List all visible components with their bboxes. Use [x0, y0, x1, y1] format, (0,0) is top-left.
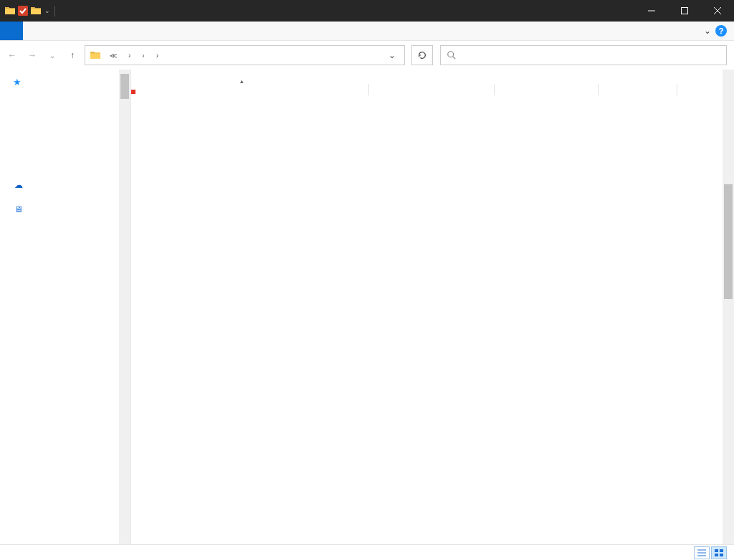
ribbon-tab-share[interactable]: [43, 22, 63, 40]
crumb-users[interactable]: ›: [123, 52, 135, 60]
sidebar-quick-access[interactable]: ★: [10, 75, 130, 90]
columns-header: ▴: [131, 70, 734, 90]
refresh-button[interactable]: [411, 45, 433, 65]
annotation-highlight: [131, 90, 135, 94]
nav-back-button[interactable]: ←: [7, 50, 17, 60]
crumb-acer[interactable]: ›: [136, 52, 148, 60]
nav-recent-dropdown[interactable]: ⌄: [47, 50, 57, 60]
ribbon-tab-home[interactable]: [23, 22, 43, 40]
svg-rect-5: [715, 554, 718, 556]
search-input[interactable]: [462, 50, 720, 60]
sort-ascending-icon: ▴: [240, 77, 244, 85]
window-maximize-button[interactable]: [668, 0, 701, 22]
star-icon: ★: [13, 77, 22, 87]
address-dropdown-icon[interactable]: ⌄: [384, 50, 400, 60]
address-row: ← → ⌄ ↑ ≪ › › › ⌄: [0, 41, 734, 70]
content-scrollbar[interactable]: [723, 70, 734, 544]
window-close-button[interactable]: [701, 0, 734, 22]
sidebar-scrollbar-thumb[interactable]: [120, 74, 129, 99]
crumb-appdata[interactable]: ›: [151, 52, 163, 60]
sidebar-scrollbar[interactable]: [119, 70, 130, 544]
content-scrollbar-thumb[interactable]: [724, 184, 733, 299]
chevron-right-icon[interactable]: ›: [153, 52, 161, 60]
breadcrumb-folder-icon: [90, 49, 101, 61]
pc-icon: 🖥: [13, 204, 24, 215]
chevron-right-icon[interactable]: ›: [125, 52, 133, 60]
status-bar: [0, 544, 734, 560]
ribbon-collapse-icon[interactable]: ⌄: [704, 26, 711, 36]
file-list-area: ▴: [131, 70, 734, 544]
chevron-right-icon[interactable]: ›: [139, 52, 147, 60]
chevron-right-icon[interactable]: ≪: [107, 52, 120, 60]
qat-dropdown-icon[interactable]: ⌄: [44, 7, 50, 14]
help-icon[interactable]: ?: [715, 25, 727, 37]
nav-forward-button[interactable]: →: [27, 50, 37, 60]
qat-newfolder-icon[interactable]: [30, 5, 42, 16]
svg-rect-1: [682, 8, 688, 14]
svg-rect-4: [720, 549, 723, 552]
window-minimize-button[interactable]: [635, 0, 668, 22]
ribbon-menu: ⌄ ?: [0, 22, 734, 41]
view-details-button[interactable]: [694, 546, 710, 559]
window-titlebar: ⌄: [0, 0, 734, 22]
svg-rect-3: [715, 549, 718, 552]
cloud-icon: ☁: [13, 179, 24, 191]
nav-up-button[interactable]: ↑: [67, 50, 77, 60]
titlebar-separator: [54, 6, 55, 16]
breadcrumb-bar[interactable]: ≪ › › › ⌄: [85, 45, 405, 65]
search-icon: [447, 50, 457, 60]
navigation-pane: ★ ☁ 🖥: [0, 70, 131, 544]
qat-folder-icon[interactable]: [4, 5, 16, 16]
ribbon-file-tab[interactable]: [0, 22, 23, 40]
sidebar-onedrive[interactable]: ☁: [10, 178, 130, 194]
view-large-icons-button[interactable]: [711, 546, 727, 559]
sidebar-this-pc[interactable]: 🖥: [10, 202, 130, 218]
ribbon-tab-view[interactable]: [63, 22, 83, 40]
svg-point-2: [448, 52, 454, 57]
search-box[interactable]: [440, 45, 727, 65]
svg-rect-6: [720, 554, 723, 556]
qat-properties-icon[interactable]: [17, 5, 29, 16]
